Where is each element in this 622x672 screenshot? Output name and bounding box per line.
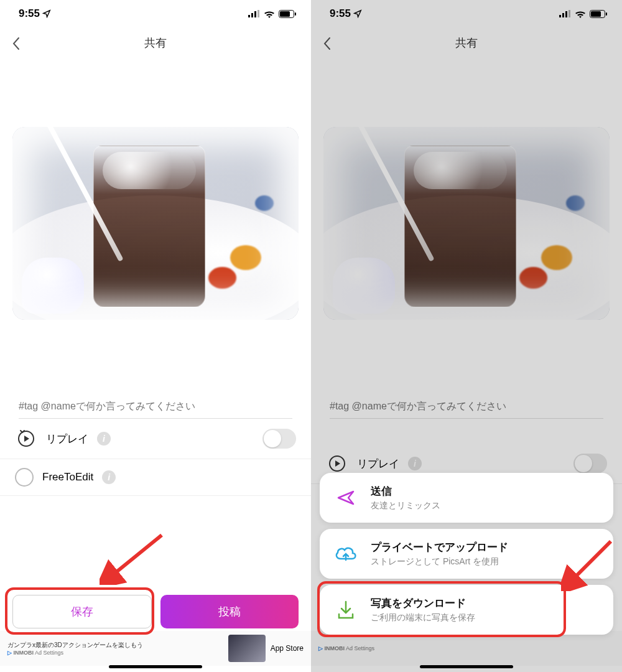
home-indicator[interactable]	[420, 665, 513, 668]
svg-rect-14	[606, 12, 607, 16]
sheet-send[interactable]: 送信 友達とリミックス	[320, 473, 613, 523]
info-icon[interactable]: i	[97, 432, 111, 446]
save-action-sheet: 送信 友達とリミックス プライベートでアップロード ストレージとして PicsA…	[320, 473, 613, 635]
page-title: 共有	[144, 35, 167, 50]
app-store-badge[interactable]: App Store	[271, 644, 304, 653]
page-title: 共有	[455, 35, 478, 50]
battery-icon	[590, 10, 607, 18]
svg-rect-9	[562, 13, 564, 17]
info-icon[interactable]: i	[102, 470, 116, 484]
battery-icon	[279, 10, 296, 18]
back-button[interactable]	[11, 36, 21, 54]
svg-rect-8	[559, 15, 561, 17]
sheet-download-title: 写真をダウンロード	[371, 596, 475, 610]
svg-rect-0	[248, 15, 250, 17]
annotation-arrow	[100, 529, 168, 585]
location-icon	[42, 9, 51, 18]
back-button[interactable]	[322, 36, 332, 54]
status-time: 9:55	[330, 7, 351, 20]
svg-rect-5	[280, 11, 290, 17]
photo-preview	[12, 127, 299, 320]
action-buttons: 保存 投稿	[12, 595, 299, 628]
svg-rect-13	[591, 11, 601, 17]
sheet-private-upload[interactable]: プライベートでアップロード ストレージとして PicsArt を使用	[320, 529, 613, 579]
sheet-private-sub: ストレージとして PicsArt を使用	[371, 556, 508, 567]
cloud-upload-icon	[332, 540, 360, 567]
svg-rect-1	[251, 13, 253, 17]
replay-option[interactable]: リプレイ i	[0, 419, 311, 459]
status-bar: 9:55	[0, 0, 311, 27]
ad-thumbnail	[228, 635, 266, 662]
radio-icon[interactable]	[15, 468, 34, 487]
save-button[interactable]: 保存	[12, 595, 152, 628]
sheet-private-title: プライベートでアップロード	[371, 540, 508, 554]
signal-icon	[248, 10, 260, 17]
post-button[interactable]: 投稿	[160, 595, 299, 628]
download-icon	[332, 596, 360, 623]
svg-rect-3	[258, 10, 259, 17]
sheet-send-sub: 友達とリミックス	[371, 500, 440, 511]
home-indicator[interactable]	[109, 665, 202, 668]
wifi-icon	[575, 10, 586, 18]
status-time: 9:55	[19, 7, 40, 20]
svg-rect-10	[565, 11, 567, 17]
caption-input[interactable]	[330, 401, 603, 419]
replay-label: リプレイ	[46, 432, 88, 446]
status-indicators	[248, 10, 296, 18]
sheet-download-sub: ご利用の端末に写真を保存	[371, 612, 475, 623]
ad-banner[interactable]: ガンプラx最新の3Dアクションゲームを楽しもう ▷ INMOBI Ad Sett…	[0, 631, 311, 666]
phone-left: 9:55 共有 リプレイ i FreeToEdit	[0, 0, 311, 672]
nav-bar: 共有	[0, 27, 311, 58]
freetoedit-option[interactable]: FreeToEdit i	[0, 459, 311, 496]
replay-icon	[326, 452, 348, 475]
photo-preview	[323, 127, 610, 320]
svg-rect-2	[254, 11, 256, 17]
wifi-icon	[264, 10, 275, 18]
replay-toggle[interactable]	[573, 454, 607, 474]
location-icon	[353, 9, 362, 18]
ad-banner[interactable]: ▷ INMOBI Ad Settings	[311, 631, 622, 666]
sheet-download[interactable]: 写真をダウンロード ご利用の端末に写真を保存	[320, 585, 613, 635]
replay-toggle[interactable]	[262, 429, 296, 449]
caption-input[interactable]	[19, 401, 292, 419]
ad-headline: ガンプラx最新の3Dアクションゲームを楽しもう	[7, 641, 223, 650]
replay-icon	[15, 427, 37, 450]
nav-bar: 共有	[311, 27, 622, 58]
svg-rect-11	[569, 10, 570, 17]
svg-rect-6	[295, 12, 296, 16]
signal-icon	[559, 10, 571, 17]
send-icon	[332, 484, 360, 511]
replay-label: リプレイ	[357, 457, 399, 471]
info-icon[interactable]: i	[408, 457, 422, 470]
sheet-send-title: 送信	[371, 484, 440, 498]
status-bar: 9:55	[311, 0, 622, 27]
freetoedit-label: FreeToEdit	[42, 471, 93, 483]
status-indicators	[559, 10, 607, 18]
phone-right: 9:55 共有 リプレイ i	[311, 0, 622, 672]
